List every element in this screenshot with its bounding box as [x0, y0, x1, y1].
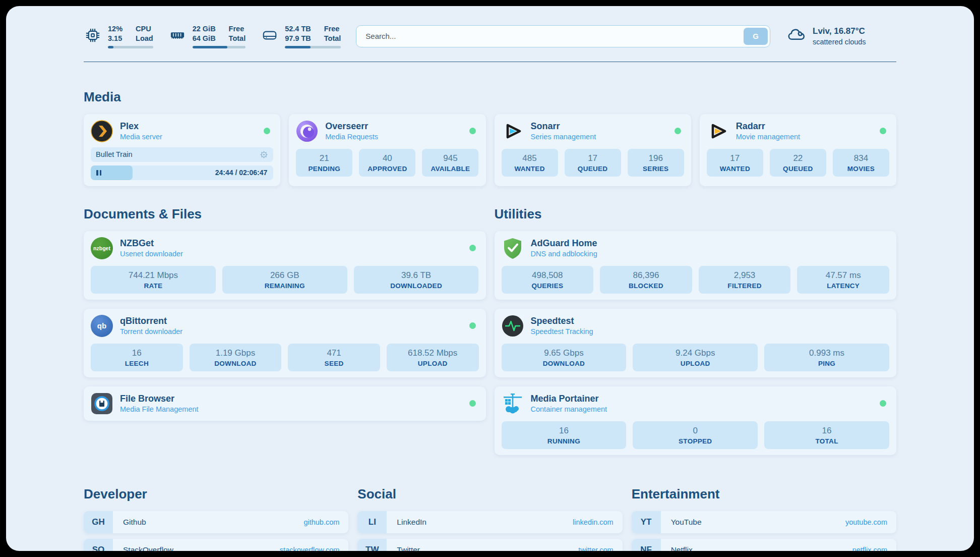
bookmark-name: Twitter: [397, 545, 420, 551]
stat-pill: 0 STOPPED: [633, 421, 758, 449]
stat-value: 21: [299, 153, 349, 163]
stat-label: RATE: [94, 282, 213, 290]
dashboard-window: 12% 3.15 CPU Load: [6, 6, 974, 551]
ram-stat: 22 GiB 64 GiB Free Total: [168, 24, 246, 48]
section-title-media: Media: [84, 89, 896, 105]
bookmark-abbr: YT: [632, 511, 661, 533]
app-card-overseerr[interactable]: Overseerr Media Requests 21 PENDING 40 A…: [289, 114, 485, 186]
adguard-icon: [502, 237, 524, 259]
stat-label: TOTAL: [767, 437, 886, 445]
bookmark-netflix[interactable]: NF Netflix netflix.com: [632, 539, 896, 551]
app-name: File Browser: [120, 393, 199, 405]
ram-icon: [168, 26, 187, 46]
stat-pill: 485 WANTED: [502, 149, 558, 177]
filebrowser-icon: [91, 393, 113, 415]
bookmark-abbr: SO: [84, 539, 113, 551]
disk-free: 52.4 TB: [285, 24, 311, 34]
app-subtitle: Container management: [531, 405, 607, 415]
app-name: AdGuard Home: [531, 237, 597, 249]
section-title-utilities: Utilities: [495, 206, 897, 222]
bookmark-abbr: GH: [84, 511, 113, 533]
app-card-portainer[interactable]: Media Portainer Container management 16 …: [495, 386, 897, 455]
stat-value: 40: [362, 153, 412, 163]
bookmark-group-title: Developer: [84, 486, 348, 502]
overseerr-icon: [296, 120, 318, 142]
app-card-filebrowser[interactable]: File Browser Media File Management: [84, 386, 486, 421]
playback-progress-bar: 24:44 / 02:06:47: [91, 165, 273, 180]
app-card-nzbget[interactable]: nzbget NZBGet Usenet downloader 744.21 M…: [84, 231, 486, 300]
stat-pill: 266 GB REMAINING: [222, 266, 347, 294]
stat-label: APPROVED: [362, 165, 412, 173]
ram-label-total: Total: [229, 34, 246, 43]
stat-label: DOWNLOAD: [193, 360, 279, 367]
bookmark-youtube[interactable]: YT YouTube youtube.com: [632, 511, 896, 533]
disk-stat: 52.4 TB 97.9 TB Free Total: [261, 24, 341, 48]
stat-label: LEECH: [94, 360, 180, 367]
stat-label: BLOCKED: [603, 282, 689, 290]
app-card-radarr[interactable]: Radarr Movie management 17 WANTED 22 QUE…: [700, 114, 896, 186]
weather-widget: Lviv, 16.87°C scattered clouds: [785, 25, 896, 48]
stat-pill: 471 SEED: [288, 344, 380, 371]
stat-value: 47.57 ms: [800, 270, 886, 281]
app-subtitle: Speedtest Tracking: [531, 327, 593, 337]
stat-pill: 498,508 QUERIES: [502, 266, 594, 294]
app-card-adguard[interactable]: AdGuard Home DNS and adblocking 498,508 …: [495, 231, 897, 300]
stat-value: 22: [773, 153, 823, 163]
bookmark-group-title: Entertainment: [632, 486, 896, 502]
app-card-sonarr[interactable]: Sonarr Series management 485 WANTED 17 Q…: [495, 114, 691, 186]
weather-condition: scattered clouds: [813, 37, 866, 47]
stat-label: QUEUED: [568, 165, 618, 173]
app-name: Sonarr: [531, 120, 596, 132]
disk-icon: [261, 26, 279, 46]
cpu-label-2: Load: [136, 34, 153, 43]
bookmark-stackoverflow[interactable]: SO StackOverflow stackoverflow.com: [84, 539, 348, 551]
app-name: qBittorrent: [120, 315, 182, 327]
bookmark-linkedin[interactable]: LI LinkedIn linkedin.com: [357, 511, 622, 533]
status-dot: [675, 128, 681, 134]
stat-pill: 834 MOVIES: [833, 149, 889, 177]
stat-pill: 16 RUNNING: [502, 421, 627, 449]
app-subtitle: Movie management: [736, 132, 800, 142]
stat-pill: 17 WANTED: [707, 149, 763, 177]
bookmark-github[interactable]: GH Github github.com: [84, 511, 348, 533]
bookmark-url: stackoverflow.com: [280, 546, 339, 551]
stat-pill: 22 QUEUED: [770, 149, 826, 177]
status-dot: [880, 128, 886, 134]
search-engine-button[interactable]: G: [744, 28, 768, 45]
sonarr-icon: [502, 120, 524, 142]
bookmark-twitter[interactable]: TW Twitter twitter.com: [357, 539, 622, 551]
disk-label-free: Free: [324, 24, 341, 34]
app-name: Speedtest: [531, 315, 593, 327]
stat-value: 17: [710, 153, 760, 163]
disk-label-total: Total: [324, 34, 341, 43]
stat-pill: 40 APPROVED: [359, 149, 415, 177]
stat-label: QUERIES: [505, 282, 591, 290]
app-name: NZBGet: [120, 237, 183, 249]
app-card-plex[interactable]: Plex Media server Bullet Train: [84, 114, 280, 186]
app-card-qbittorrent[interactable]: qb qBittorrent Torrent downloader 16 LEE…: [84, 309, 486, 377]
bookmark-abbr: TW: [357, 539, 387, 551]
bookmark-url: netflix.com: [852, 546, 887, 551]
stat-pill: 17 QUEUED: [565, 149, 621, 177]
bookmark-url: linkedin.com: [573, 518, 614, 526]
stat-label: FILTERED: [702, 282, 788, 290]
cpu-progress-fill: [108, 46, 113, 48]
app-card-speedtest[interactable]: Speedtest Speedtest Tracking 9.65 Gbps D…: [495, 309, 897, 377]
stat-pill: 1.19 Gbps DOWNLOAD: [190, 344, 282, 371]
stat-pill: 9.65 Gbps DOWNLOAD: [502, 344, 627, 371]
section-media: Media Plex Media server: [84, 89, 896, 186]
system-stats: 12% 3.15 CPU Load: [84, 24, 341, 48]
playback-progress-fill: [91, 165, 133, 180]
bookmark-group-social: Social LI LinkedIn linkedin.com TW Twitt…: [357, 486, 622, 551]
bookmark-url: twitter.com: [578, 546, 613, 551]
search-bar: G: [356, 25, 770, 47]
stat-label: RUNNING: [505, 437, 624, 445]
stat-value: 498,508: [505, 270, 591, 281]
bookmark-name: YouTube: [671, 518, 702, 527]
stat-value: 744.21 Mbps: [94, 270, 213, 281]
search-input[interactable]: [356, 25, 770, 47]
stat-pill: 16 LEECH: [91, 344, 183, 371]
stat-value: 485: [505, 153, 555, 163]
status-dot: [264, 128, 270, 134]
stat-value: 2,953: [702, 270, 788, 281]
